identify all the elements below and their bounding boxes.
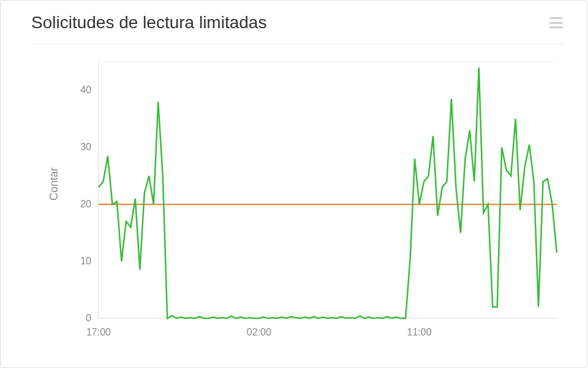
y-tick-label: 10 xyxy=(80,256,91,266)
card-header: Solicitudes de lectura limitadas xyxy=(1,1,587,39)
line-chart: 01020304017:0002:0011:00 xyxy=(56,56,563,343)
hamburger-menu-icon[interactable] xyxy=(549,17,563,28)
x-tick-label: 17:00 xyxy=(86,327,111,337)
y-tick-label: 40 xyxy=(80,85,91,95)
y-tick-label: 20 xyxy=(80,199,91,209)
x-tick-label: 11:00 xyxy=(407,327,432,337)
chart-card: Solicitudes de lectura limitadas Contar … xyxy=(0,0,588,368)
x-tick-label: 02:00 xyxy=(247,327,271,337)
series-line xyxy=(99,67,557,318)
y-tick-label: 30 xyxy=(80,142,91,152)
chart-title: Solicitudes de lectura limitadas xyxy=(31,13,266,33)
header-divider xyxy=(31,44,563,44)
y-tick-label: 0 xyxy=(86,313,91,323)
plot-area: 01020304017:0002:0011:00 xyxy=(56,56,563,343)
